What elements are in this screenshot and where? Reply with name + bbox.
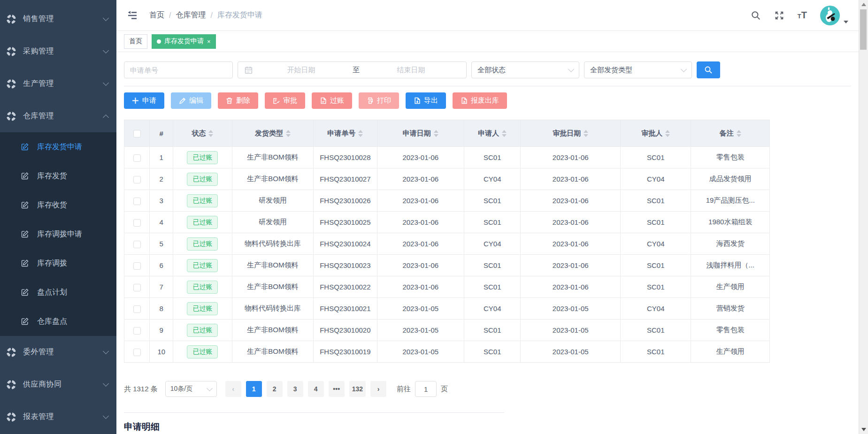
sidebar-item-supplier-collab[interactable]: 供应商协同	[0, 368, 116, 401]
close-icon[interactable]: ×	[207, 38, 211, 45]
scroll-down-arrow-icon[interactable]	[859, 425, 868, 434]
sort-icon[interactable]	[502, 130, 507, 137]
row-checkbox[interactable]	[133, 305, 141, 313]
search-button[interactable]	[697, 61, 720, 78]
sidebar-item-warehouse-count[interactable]: 仓库盘点	[0, 307, 116, 336]
sort-icon[interactable]	[584, 130, 588, 137]
print-button[interactable]: 打印	[359, 92, 399, 109]
fullscreen-icon[interactable]	[774, 10, 784, 21]
cell-approve-date: 2023-01-05	[521, 320, 621, 341]
collapse-sidebar-icon[interactable]	[123, 8, 142, 23]
delete-button[interactable]: 删除	[218, 92, 258, 109]
date-range-picker[interactable]: 开始日期 至 结束日期	[238, 61, 467, 78]
select-all-checkbox[interactable]	[133, 130, 141, 137]
table-row[interactable]: 1 已过账 生产非BOM领料 FHSQ23010028 2023-01-06 S…	[124, 147, 770, 168]
table-row[interactable]: 5 已过账 物料代码转换出库 FHSQ23010024 2023-01-06 C…	[124, 233, 770, 255]
next-page-button[interactable]: ›	[370, 381, 386, 397]
prev-page-button[interactable]: ‹	[225, 381, 241, 397]
sidebar-item-sales[interactable]: 销售管理	[0, 3, 116, 35]
column-header-approver[interactable]: 审批人	[621, 120, 691, 147]
sidebar-item-count-plan[interactable]: 盘点计划	[0, 278, 116, 307]
status-select[interactable]: 全部状态	[471, 61, 579, 78]
column-header-applicant[interactable]: 申请人	[464, 120, 521, 147]
avatar[interactable]	[820, 6, 840, 25]
font-size-icon[interactable]: TT	[798, 10, 807, 21]
sort-icon[interactable]	[737, 130, 741, 137]
sidebar-item-stock-ship-request[interactable]: 库存发货申请	[0, 132, 116, 161]
scrollbar-thumb[interactable]	[860, 9, 867, 50]
column-header-order-no[interactable]: 申请单号	[314, 120, 377, 147]
sidebar-item-outsourcing[interactable]: 委外管理	[0, 336, 116, 368]
sort-icon[interactable]	[434, 130, 438, 137]
edit-button[interactable]: 编辑	[171, 92, 211, 109]
tab-home[interactable]: 首页	[124, 34, 147, 49]
tab-stock-ship-request[interactable]: 库存发货申请 ×	[152, 34, 216, 49]
edit-square-icon	[21, 317, 29, 326]
sort-icon[interactable]	[358, 130, 363, 137]
table-row[interactable]: 4 已过账 研发领用 FHSQ23010025 2023-01-06 SC01 …	[124, 212, 770, 233]
page-button-132[interactable]: 132	[349, 381, 366, 397]
table-row[interactable]: 3 已过账 研发领用 FHSQ23010026 2023-01-06 SC01 …	[124, 190, 770, 212]
breadcrumb-home[interactable]: 首页	[149, 10, 164, 20]
column-header-approve-date[interactable]: 审批日期	[521, 120, 621, 147]
row-checkbox[interactable]	[133, 349, 141, 356]
cell-order-no: FHSQ23010027	[314, 168, 377, 190]
page-button-1[interactable]: 1	[246, 381, 262, 397]
sidebar-item-stock-transfer-request[interactable]: 库存调拨申请	[0, 220, 116, 249]
ship-type-select[interactable]: 全部发货类型	[584, 61, 692, 78]
sidebar-item-stock-ship[interactable]: 库存发货	[0, 161, 116, 190]
sidebar-item-stock-receive[interactable]: 库存收货	[0, 190, 116, 220]
row-checkbox[interactable]	[133, 198, 141, 205]
scroll-up-arrow-icon[interactable]	[859, 0, 868, 9]
breadcrumb-warehouse[interactable]: 仓库管理	[176, 10, 206, 20]
cell-status: 已过账	[173, 168, 232, 190]
order-no-input[interactable]	[130, 66, 227, 74]
scrap-out-button[interactable]: 报废出库	[453, 92, 507, 109]
goto-page-input[interactable]	[415, 381, 437, 397]
post-button[interactable]: 过账	[312, 92, 352, 109]
page-ellipsis[interactable]: •••	[329, 381, 345, 397]
page-button-2[interactable]: 2	[267, 381, 283, 397]
sidebar-item-reports[interactable]: 报表管理	[0, 401, 116, 433]
table-row[interactable]: 2 已过账 生产非BOM领料 FHSQ23010027 2023-01-06 C…	[124, 168, 770, 190]
page-button-4[interactable]: 4	[308, 381, 324, 397]
row-checkbox[interactable]	[133, 262, 141, 270]
column-header-ship-type[interactable]: 发货类型	[232, 120, 314, 147]
page-size-select[interactable]: 10条/页	[165, 381, 217, 397]
sort-icon[interactable]	[665, 130, 670, 137]
row-checkbox[interactable]	[133, 327, 141, 335]
row-checkbox[interactable]	[133, 241, 141, 248]
cell-ship-type: 研发领用	[232, 190, 314, 212]
row-checkbox[interactable]	[133, 219, 141, 227]
export-button[interactable]: 导出	[406, 92, 446, 109]
vertical-scrollbar[interactable]	[859, 0, 868, 434]
page-size-value: 10条/页	[170, 385, 192, 393]
column-header-remark[interactable]: 备注	[691, 120, 770, 147]
page-button-3[interactable]: 3	[287, 381, 303, 397]
cell-applicant: SC01	[464, 190, 521, 212]
sidebar-item-purchase[interactable]: 采购管理	[0, 35, 116, 68]
sidebar-item-production[interactable]: 生产管理	[0, 68, 116, 100]
cell-index: 9	[150, 320, 173, 341]
table-row[interactable]: 9 已过账 生产非BOM领料 FHSQ23010020 2023-01-05 S…	[124, 320, 770, 341]
sort-icon[interactable]	[286, 130, 291, 137]
table-row[interactable]: 10 已过账 生产非BOM领料 FHSQ23010019 2023-01-05 …	[124, 341, 770, 363]
row-checkbox[interactable]	[133, 176, 141, 183]
table-row[interactable]: 8 已过账 物料代码转换出库 FHSQ23010021 2023-01-05 C…	[124, 298, 770, 320]
sidebar-item-stock-transfer[interactable]: 库存调拨	[0, 249, 116, 278]
sort-icon[interactable]	[208, 130, 213, 137]
row-checkbox[interactable]	[133, 284, 141, 291]
sidebar-item-warehouse[interactable]: 仓库管理	[0, 100, 116, 132]
apply-button[interactable]: 申请	[124, 92, 164, 109]
table-row[interactable]: 6 已过账 生产非BOM领料 FHSQ23010023 2023-01-06 S…	[124, 255, 770, 276]
approve-button[interactable]: 审批	[265, 92, 305, 109]
order-no-field[interactable]	[124, 61, 233, 78]
row-checkbox[interactable]	[133, 154, 141, 162]
column-header-status[interactable]: 状态	[173, 120, 232, 147]
cell-status: 已过账	[173, 233, 232, 255]
column-header-apply-date[interactable]: 申请日期	[377, 120, 464, 147]
table-row[interactable]: 7 已过账 生产非BOM领料 FHSQ23010022 2023-01-06 S…	[124, 276, 770, 298]
cell-status: 已过账	[173, 341, 232, 363]
user-menu[interactable]	[820, 6, 848, 25]
search-icon[interactable]	[751, 10, 761, 21]
